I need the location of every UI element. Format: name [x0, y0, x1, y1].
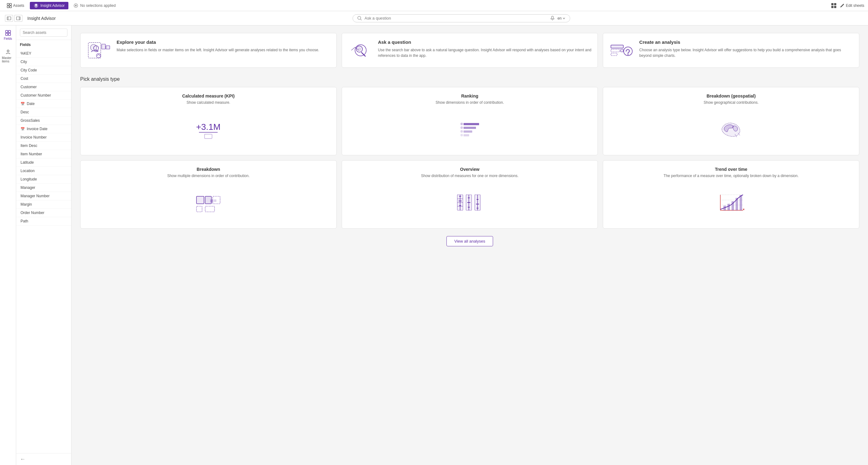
sidebar-icon-column: Fields Master items: [0, 26, 16, 465]
explore-card-text: Explore your data Make selections in fie…: [117, 39, 319, 53]
svg-rect-12: [7, 17, 11, 20]
search-bar: en: [352, 14, 570, 22]
sidebar-field-item[interactable]: Margin: [16, 200, 71, 209]
svg-line-17: [360, 19, 362, 20]
master-items-icon: [5, 49, 11, 55]
sidebar-fields-icon-item[interactable]: Fields: [2, 28, 14, 42]
svg-rect-88: [727, 204, 730, 210]
analysis-card-overview[interactable]: Overview Show distribution of measures f…: [342, 160, 598, 229]
sidebar-field-item[interactable]: Path: [16, 217, 71, 226]
insight-advisor-nav[interactable]: Insight Advisor: [30, 2, 68, 9]
language-selector[interactable]: en: [557, 16, 565, 21]
sidebar-search-input[interactable]: [20, 29, 67, 37]
analysis-card-kpi[interactable]: Calculated measure (KPI) Show calculated…: [80, 87, 337, 155]
sidebar-field-item[interactable]: Customer: [16, 83, 71, 91]
analysis-desc-geospatial: Show geographical contributions.: [704, 100, 758, 105]
ask-question-input[interactable]: [365, 16, 548, 21]
field-label: Location: [21, 169, 34, 173]
sidebar-field-item[interactable]: Cost: [16, 74, 71, 83]
second-bar: Insight Advisor en: [0, 11, 868, 26]
svg-rect-87: [723, 206, 726, 210]
analysis-title-overview: Overview: [460, 167, 479, 172]
svg-rect-2: [7, 6, 9, 8]
explore-card-description: Make selections in fields or master item…: [117, 47, 319, 53]
assets-icon: [7, 3, 12, 8]
analysis-title-breakdown: Breakdown: [197, 167, 220, 172]
sidebar-footer: ←: [16, 453, 71, 465]
edit-sheets-button[interactable]: Edit sheets: [840, 3, 864, 8]
analysis-desc-ranking: Show dimensions in order of contribution…: [436, 100, 504, 105]
analysis-card-trend[interactable]: Trend over time The performance of a mea…: [603, 160, 859, 229]
sidebar-field-item[interactable]: Order Number: [16, 209, 71, 217]
field-label: Order Number: [21, 210, 44, 215]
view-all-analyses-button[interactable]: View all analyses: [446, 236, 493, 246]
assets-nav-item[interactable]: Assets: [4, 2, 27, 9]
sidebar-field-item[interactable]: 📅Invoice Date: [16, 125, 71, 133]
sidebar-field-item[interactable]: Location: [16, 167, 71, 175]
main-content: Explore your data Make selections in fie…: [71, 26, 868, 465]
right-panel-toggle[interactable]: [14, 15, 22, 22]
ask-card-icon: [348, 39, 373, 61]
sidebar-field-item[interactable]: Manager Number: [16, 192, 71, 200]
insight-label: Insight Advisor: [40, 3, 65, 8]
fields-section-title: Fields: [16, 40, 71, 49]
field-label: Latitude: [21, 160, 34, 165]
svg-rect-30: [106, 46, 110, 49]
intro-card-explore: Explore your data Make selections in fie…: [80, 33, 337, 68]
svg-rect-22: [6, 33, 8, 35]
fields-icon: [5, 30, 11, 36]
svg-rect-40: [621, 49, 623, 52]
svg-rect-50: [464, 134, 469, 136]
sidebar-master-items-icon-item[interactable]: Master items: [0, 47, 16, 65]
sidebar-field-item[interactable]: Item Desc: [16, 142, 71, 150]
field-label: GrossSales: [21, 118, 40, 123]
insight-icon: [34, 3, 38, 8]
pick-analysis-title: Pick analysis type: [80, 76, 859, 82]
svg-rect-11: [834, 6, 836, 8]
microphone-icon[interactable]: [550, 16, 555, 21]
assets-label: Assets: [13, 3, 24, 8]
svg-rect-21: [8, 30, 10, 33]
analysis-illustration-overview: [348, 183, 592, 222]
sidebar-field-item[interactable]: Item Number: [16, 150, 71, 158]
sidebar-field-item[interactable]: City Code: [16, 66, 71, 74]
svg-rect-39: [611, 49, 620, 52]
analysis-card-ranking[interactable]: Ranking Show dimensions in order of cont…: [342, 87, 598, 155]
analysis-card-breakdown[interactable]: Breakdown Show multiple dimensions in or…: [80, 160, 337, 229]
sidebar-field-item[interactable]: %KEY: [16, 49, 71, 58]
sidebar-field-item[interactable]: Desc: [16, 108, 71, 117]
svg-rect-9: [834, 3, 836, 5]
top-navigation: Assets Insight Advisor No selections app…: [0, 0, 868, 11]
sidebar-field-item[interactable]: 📅Date: [16, 100, 71, 108]
fields-icon-label: Fields: [4, 37, 12, 40]
sidebar-field-item[interactable]: Longitude: [16, 175, 71, 184]
ask-card-text: Ask a question Use the search bar above …: [378, 39, 592, 58]
panel-toggle: [5, 15, 22, 22]
field-label: Longitude: [21, 177, 37, 181]
svg-rect-46: [205, 134, 212, 138]
svg-rect-49: [464, 130, 472, 133]
left-panel-toggle[interactable]: [5, 15, 13, 22]
svg-point-54: [460, 134, 463, 136]
create-card-description: Choose an analysis type below. Insight A…: [639, 47, 853, 58]
svg-rect-29: [102, 44, 105, 49]
create-card-text: Create an analysis Choose an analysis ty…: [639, 39, 853, 58]
svg-point-53: [460, 130, 463, 133]
sidebar-field-item[interactable]: Latitude: [16, 158, 71, 167]
sidebar-field-item[interactable]: Customer Number: [16, 91, 71, 100]
svg-rect-91: [740, 195, 742, 210]
sidebar: Fields Master items Fields %KEYCityCity …: [0, 26, 71, 465]
collapse-sidebar-button[interactable]: ←: [20, 456, 26, 463]
svg-point-52: [460, 126, 463, 129]
svg-rect-23: [8, 33, 10, 35]
grid-view-button[interactable]: [831, 3, 837, 8]
explore-illustration: [87, 39, 112, 61]
sidebar-field-item[interactable]: Manager: [16, 184, 71, 192]
analysis-desc-breakdown: Show multiple dimensions in order of con…: [167, 174, 250, 178]
svg-rect-63: [205, 206, 215, 212]
analysis-card-geospatial[interactable]: Breakdown (geospatial) Show geographical…: [603, 87, 859, 155]
sidebar-field-item[interactable]: GrossSales: [16, 117, 71, 125]
svg-rect-90: [736, 198, 738, 210]
sidebar-field-item[interactable]: City: [16, 58, 71, 66]
sidebar-field-item[interactable]: Invoice Number: [16, 133, 71, 142]
